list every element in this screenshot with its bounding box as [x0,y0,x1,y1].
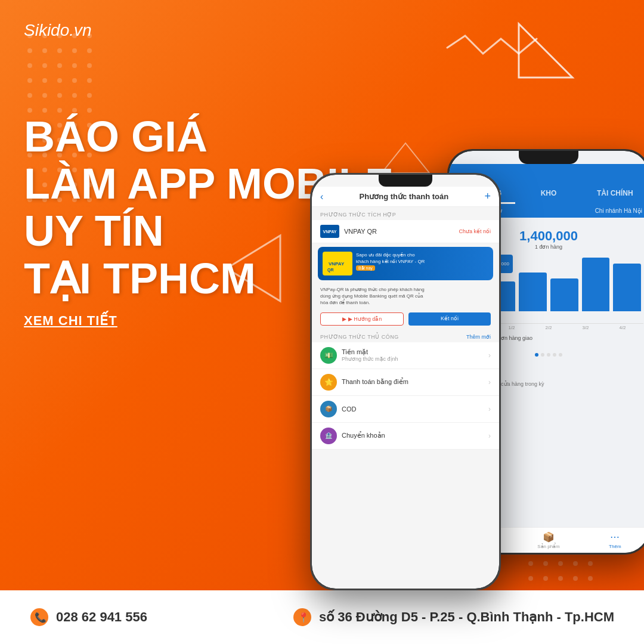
transfer-chevron-icon: › [488,432,491,440]
nav-them-label: Thêm [609,544,621,549]
promo-image: VNPAY QR [323,252,352,275]
bar-6 [613,264,641,311]
vnpay-buttons: ▶ ▶ Hướng dẫn Kết nối [312,309,499,329]
chart-label-5: 4/2 [604,325,641,330]
svg-point-27 [57,108,62,113]
add-payment-button[interactable]: + [484,190,491,203]
svg-point-8 [72,48,77,53]
svg-point-12 [57,63,62,68]
svg-point-16 [42,78,47,83]
svg-point-15 [27,78,32,83]
transfer-left: 🏦 Chuyển khoản [320,428,385,444]
them-icon: ⋯ [610,531,620,543]
points-name: Thanh toán bằng điểm [342,378,408,386]
tab-kho[interactable]: KHO [515,184,581,204]
cod-item[interactable]: 📦 COD › [312,396,499,423]
nav-them[interactable]: ⋯ Thêm [582,531,644,549]
svg-text:📍: 📍 [298,612,309,623]
bottom-bar: 📞 028 62 941 556 📍 số 36 Đường D5 - P.25… [0,590,644,644]
payment-title: Phương thức thanh toán [360,192,449,201]
vnpay-promo-banner: VNPAY QR Sapo ưu đãi độc quyền chokhách … [318,247,493,280]
brand-logo: Sikido.vn [24,21,92,40]
phone-front: ‹ Phương thức thanh toán + PHƯƠNG THỨC T… [310,173,501,590]
svg-point-29 [87,108,92,113]
chart-label-4: 3/2 [567,325,604,330]
svg-point-24 [87,93,92,98]
payment-header: ‹ Phương thức thanh toán + [312,187,499,207]
cod-icon: 📦 [320,401,337,417]
svg-point-10 [27,63,32,68]
svg-point-5 [27,48,32,53]
cod-left: 📦 COD [320,401,356,417]
phone-number: 028 62 941 556 [56,609,147,625]
svg-point-22 [57,93,62,98]
svg-text:VNPAY: VNPAY [329,261,345,267]
svg-point-21 [42,93,47,98]
cod-name: COD [342,405,356,413]
vnpay-item[interactable]: VNPAY VNPAY QR Chưa kết nối [312,220,499,243]
branch-label: Chi nhánh Hà Nội [595,208,642,214]
back-arrow-icon[interactable]: ‹ [320,191,323,202]
nav-san-pham[interactable]: 📦 Sản phẩm [515,531,581,549]
cash-left: 💵 Tiền mặt Phương thức mặc định [320,347,398,364]
connect-button[interactable]: Kết nối [408,312,491,326]
guide-label: ▶ Hướng dẫn [348,316,382,322]
location-icon: 📍 [293,608,312,627]
svg-point-26 [42,108,47,113]
dot-3 [547,353,550,357]
points-chevron-icon: › [488,378,491,386]
points-icon: ⭐ [320,374,337,391]
san-pham-icon: 📦 [543,531,555,543]
svg-point-20 [27,93,32,98]
svg-point-9 [87,48,92,53]
integrated-section-label: PHƯƠNG THỨC TÍCH HỢP [312,207,499,220]
phone-front-notch [379,175,432,187]
play-icon: ▶ [342,316,346,322]
phones-container: ‹ BÁN HÀNG KHO TÀI CHÍNH 29/1/21 - 4/2/2… [310,149,644,590]
cod-chevron-icon: › [488,405,491,413]
svg-text:QR: QR [327,268,334,273]
add-more-link[interactable]: Thêm mới [466,334,491,340]
phone-icon: 📞 [30,608,49,627]
cod-info: COD [342,405,356,413]
tab-tai-chinh[interactable]: TÀI CHÍNH [582,184,644,204]
dot-4 [553,353,556,357]
points-info: Thanh toán bằng điểm [342,378,408,386]
svg-point-18 [72,78,77,83]
svg-point-17 [57,78,62,83]
bar-3 [519,273,547,311]
phone-front-screen: ‹ Phương thức thanh toán + PHƯƠNG THỨC T… [312,175,499,589]
manual-section-header: PHƯƠNG THỨC THỦ CÔNG Thêm mới [312,329,499,342]
svg-point-28 [72,108,77,113]
svg-point-11 [42,63,47,68]
svg-point-19 [87,78,92,83]
nav-san-pham-label: Sản phẩm [537,544,560,549]
transfer-icon: 🏦 [320,428,337,444]
transfer-item[interactable]: 🏦 Chuyển khoản › [312,423,499,450]
cta-link[interactable]: XEM CHI TIẾT [24,313,117,329]
points-left: ⭐ Thanh toán bằng điểm [320,374,408,391]
guide-button[interactable]: ▶ ▶ Hướng dẫn [320,312,404,326]
manual-section-label: PHƯƠNG THỨC THỦ CÔNG [320,334,399,340]
svg-point-14 [87,63,92,68]
chart-label-3: 2/2 [530,325,567,330]
svg-point-13 [72,63,77,68]
background: Sikido.vn BÁO GIÁ LÀM APP MOBILE UY TÍN … [0,0,644,644]
cash-info: Tiền mặt Phương thức mặc định [342,348,398,362]
vnpay-status: Chưa kết nối [459,228,491,234]
vnpay-name: VNPAY QR [344,228,377,235]
cash-icon: 💵 [320,347,337,364]
points-item[interactable]: ⭐ Thanh toán bằng điểm › [312,369,499,396]
cash-chevron-icon: › [488,351,491,360]
transfer-name: Chuyển khoản [342,432,385,439]
bar-5 [582,258,610,311]
cash-item[interactable]: 💵 Tiền mặt Phương thức mặc định › [312,342,499,369]
bar-4 [550,278,578,311]
svg-text:📞: 📞 [35,612,47,623]
cash-sub: Phương thức mặc định [342,356,398,362]
svg-point-23 [72,93,77,98]
transfer-info: Chuyển khoản [342,432,385,439]
phone-back-notch [519,151,578,164]
cash-name: Tiền mặt [342,348,398,356]
svg-point-25 [27,108,32,113]
